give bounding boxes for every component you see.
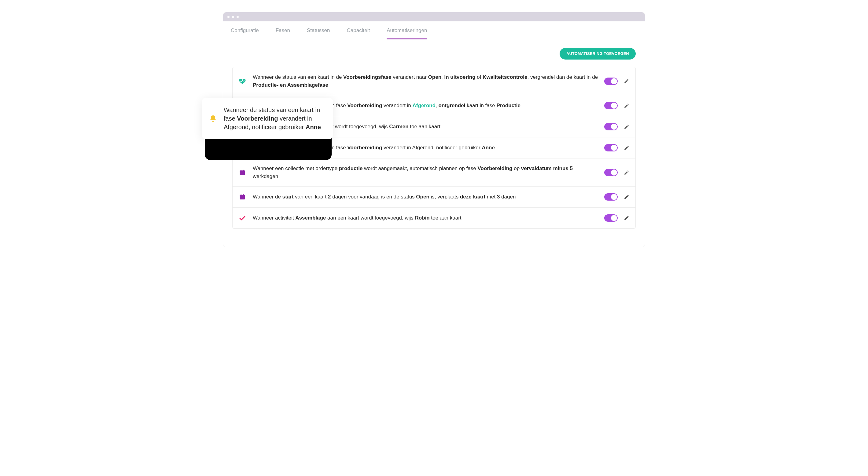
rule-toggle[interactable]	[604, 102, 618, 109]
top-actions: AUTOMATISERING TOEVOEGEN	[232, 48, 636, 60]
svg-rect-3	[241, 169, 242, 171]
automation-rule: Wanneer activiteit Assemblage aan een ka…	[232, 208, 636, 229]
window-dot	[232, 16, 234, 18]
window-titlebar	[223, 12, 645, 21]
rule-description: Wanneer de start van een kaart 2 dagen v…	[253, 193, 598, 201]
rule-toggle[interactable]	[604, 193, 618, 201]
tab-automatiseringen[interactable]: Automatiseringen	[386, 28, 427, 40]
tab-configuratie[interactable]: Configuratie	[231, 28, 259, 40]
rule-toggle[interactable]	[604, 144, 618, 151]
heart-icon	[238, 77, 247, 86]
rule-description: Wanneer een collectie met ordertype prod…	[253, 165, 598, 180]
svg-rect-4	[243, 169, 244, 171]
edit-rule-button[interactable]	[623, 215, 630, 222]
rule-description: Wanneer de status van een kaart in de Vo…	[253, 73, 598, 89]
tab-capaciteit[interactable]: Capaciteit	[347, 28, 370, 40]
rule-controls	[604, 123, 630, 130]
edit-rule-button[interactable]	[623, 169, 630, 176]
rule-description: Wanneer activiteit Assemblage aan een ka…	[253, 214, 598, 222]
rule-toggle[interactable]	[604, 169, 618, 176]
svg-rect-2	[240, 170, 245, 172]
calendar-icon	[238, 193, 247, 201]
rule-controls	[604, 102, 630, 109]
automation-rule: Wanneer een collectie met ordertype prod…	[232, 159, 636, 186]
rule-controls	[604, 214, 630, 222]
automation-rule: Wanneer de status van een kaart in de Vo…	[232, 67, 636, 95]
rule-toggle[interactable]	[604, 214, 618, 222]
rule-toggle[interactable]	[604, 123, 618, 130]
popout-text: Wanneer de status van een kaart in fase …	[224, 106, 325, 131]
edit-rule-button[interactable]	[623, 78, 630, 84]
edit-rule-button[interactable]	[623, 102, 630, 109]
edit-rule-button[interactable]	[623, 144, 630, 151]
edit-rule-button[interactable]	[623, 123, 630, 130]
automation-rule: Wanneer de start van een kaart 2 dagen v…	[232, 186, 636, 208]
tab-bar: ConfiguratieFasenStatussenCapaciteitAuto…	[223, 21, 645, 40]
bell-icon	[208, 113, 218, 124]
rule-controls	[604, 77, 630, 85]
svg-rect-7	[240, 195, 245, 197]
popout-content: Wanneer de status van een kaart in fase …	[202, 98, 333, 139]
add-automation-button[interactable]: AUTOMATISERING TOEVOEGEN	[560, 48, 636, 60]
svg-rect-9	[243, 194, 244, 196]
rule-controls	[604, 169, 630, 176]
rule-toggle[interactable]	[604, 77, 618, 85]
calendar-icon	[238, 168, 247, 177]
app-window: ConfiguratieFasenStatussenCapaciteitAuto…	[223, 12, 645, 247]
rule-controls	[604, 193, 630, 201]
tab-statussen[interactable]: Statussen	[307, 28, 330, 40]
window-dot	[227, 16, 229, 18]
edit-rule-button[interactable]	[623, 194, 630, 200]
svg-rect-8	[241, 194, 242, 196]
window-dot	[237, 16, 239, 18]
popout-card: Wanneer de status van een kaart in fase …	[202, 98, 333, 139]
tab-fasen[interactable]: Fasen	[276, 28, 290, 40]
check-icon	[238, 214, 247, 222]
rule-controls	[604, 144, 630, 151]
